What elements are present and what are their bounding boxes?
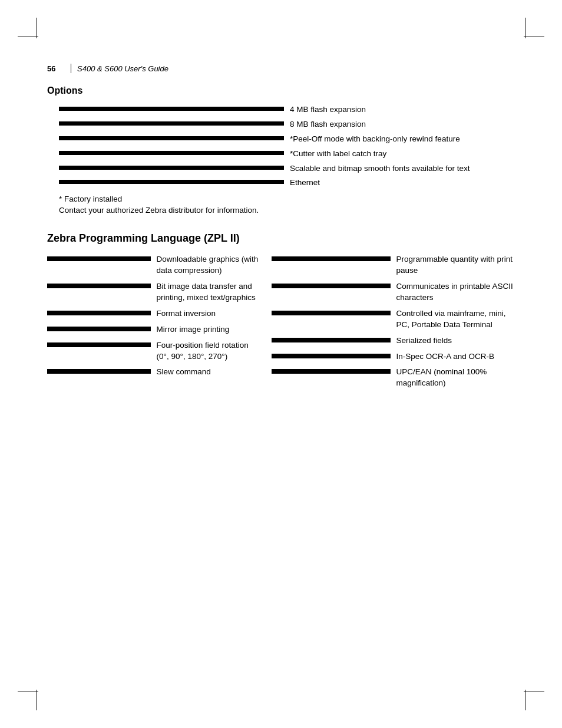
list-item-text: Communicates in printable ASCII characte… <box>396 281 515 304</box>
list-item-text: Four-position field rotation (0°, 90°, 1… <box>157 340 260 363</box>
list-item-text: Serialized fields <box>396 335 515 347</box>
list-item: Communicates in printable ASCII characte… <box>272 281 515 304</box>
corner-mark-tl-h <box>18 37 38 37</box>
bullet-icon <box>47 284 151 288</box>
list-item: Ethernet <box>59 177 515 189</box>
bullet-icon <box>59 151 284 155</box>
options-list: 4 MB flash expansion 8 MB flash expansio… <box>47 104 515 189</box>
list-item: 4 MB flash expansion <box>59 104 515 116</box>
bullet-icon <box>59 121 284 126</box>
list-item-text: In-Spec OCR-A and OCR-B <box>396 351 515 363</box>
list-item: In-Spec OCR-A and OCR-B <box>272 351 515 363</box>
zpl-section: Zebra Programming Language (ZPL II) Down… <box>47 232 515 394</box>
list-item-text: *Peel-Off mode with backing-only rewind … <box>290 134 515 145</box>
zpl-left-list: Downloadable graphics (with data compres… <box>47 254 260 378</box>
list-item-text: 8 MB flash expansion <box>290 119 515 130</box>
page-header: 56 S400 & S600 User's Guide <box>47 64 515 73</box>
bullet-icon <box>47 342 151 347</box>
bullet-icon <box>47 256 151 261</box>
bullet-icon <box>272 311 390 315</box>
list-item: *Peel-Off mode with backing-only rewind … <box>59 134 515 145</box>
list-item-text: Slew command <box>157 367 260 378</box>
list-item: Four-position field rotation (0°, 90°, 1… <box>47 340 260 363</box>
bullet-icon <box>59 136 284 140</box>
options-heading: Options <box>47 85 515 96</box>
corner-mark-tr-v <box>525 18 525 38</box>
list-item: Slew command <box>47 367 260 378</box>
bullet-icon <box>47 369 151 374</box>
list-item: Format inversion <box>47 308 260 319</box>
bullet-icon <box>47 311 151 315</box>
bullet-icon <box>59 180 284 184</box>
bullet-icon <box>272 256 390 261</box>
bullet-icon <box>272 354 390 358</box>
list-item: Controlled via mainframe, mini, PC, Port… <box>272 308 515 331</box>
corner-mark-tl-v <box>37 18 37 38</box>
contact-note: Contact your authorized Zebra distributo… <box>59 206 515 215</box>
header-divider <box>71 64 71 73</box>
list-item: UPC/EAN (nominal 100% magnification) <box>272 367 515 389</box>
bullet-icon <box>59 107 284 111</box>
zpl-right-list: Programmable quantity with print pause C… <box>272 254 515 389</box>
list-item: Mirror image printing <box>47 324 260 335</box>
bullet-icon <box>59 166 284 170</box>
list-item-text: Scalable and bitmap smooth fonts availab… <box>290 163 515 174</box>
corner-mark-bl-v <box>37 690 37 710</box>
factory-note: * Factory installed <box>59 195 515 203</box>
page: 56 S400 & S600 User's Guide Options 4 MB… <box>0 0 562 728</box>
zpl-left-col: Downloadable graphics (with data compres… <box>47 254 272 383</box>
zpl-two-col: Downloadable graphics (with data compres… <box>47 254 515 394</box>
bullet-icon <box>272 284 390 288</box>
bullet-icon <box>272 338 390 342</box>
bullet-icon <box>47 327 151 331</box>
corner-mark-tr-h <box>524 37 544 37</box>
list-item-text: Ethernet <box>290 177 515 189</box>
list-item-text: Controlled via mainframe, mini, PC, Port… <box>396 308 515 331</box>
list-item: *Cutter with label catch tray <box>59 149 515 160</box>
list-item-text: 4 MB flash expansion <box>290 104 515 116</box>
list-item-text: Programmable quantity with print pause <box>396 254 515 276</box>
list-item-text: Bit image data transfer and printing, mi… <box>157 281 260 304</box>
list-item-text: *Cutter with label catch tray <box>290 149 515 160</box>
zpl-right-col: Programmable quantity with print pause C… <box>272 254 515 394</box>
options-section: Options 4 MB flash expansion 8 MB flash … <box>47 85 515 215</box>
bullet-icon <box>272 369 390 374</box>
list-item: Programmable quantity with print pause <box>272 254 515 276</box>
list-item: Bit image data transfer and printing, mi… <box>47 281 260 304</box>
page-number: 56 <box>47 64 65 73</box>
zpl-heading: Zebra Programming Language (ZPL II) <box>47 232 515 245</box>
list-item: Serialized fields <box>272 335 515 347</box>
list-item: Downloadable graphics (with data compres… <box>47 254 260 276</box>
corner-mark-br-h <box>524 691 544 691</box>
list-item: 8 MB flash expansion <box>59 119 515 130</box>
corner-mark-br-v <box>525 690 525 710</box>
main-content: Options 4 MB flash expansion 8 MB flash … <box>47 85 515 394</box>
corner-mark-bl-h <box>18 691 38 691</box>
list-item-text: Downloadable graphics (with data compres… <box>157 254 260 276</box>
list-item: Scalable and bitmap smooth fonts availab… <box>59 163 515 174</box>
header-title: S400 & S600 User's Guide <box>77 64 168 73</box>
list-item-text: Format inversion <box>157 308 260 319</box>
list-item-text: Mirror image printing <box>157 324 260 335</box>
list-item-text: UPC/EAN (nominal 100% magnification) <box>396 367 515 389</box>
